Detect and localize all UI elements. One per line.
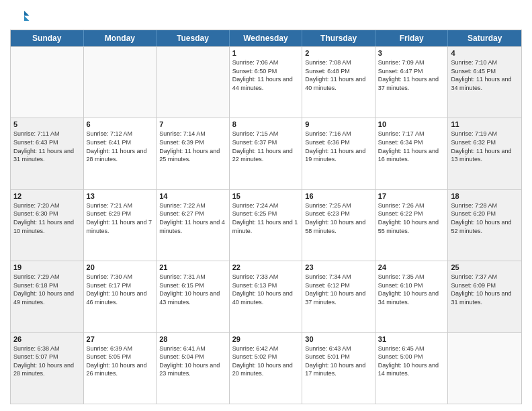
day-number: 7 [159, 120, 226, 128]
calendar-cell-5-6: 31Sunrise: 6:45 AM Sunset: 5:00 PM Dayli… [375, 333, 449, 404]
day-info: Sunrise: 7:17 AM Sunset: 6:34 PM Dayligh… [378, 130, 445, 163]
day-info: Sunrise: 7:31 AM Sunset: 6:15 PM Dayligh… [159, 273, 226, 306]
calendar-cell-3-5: 16Sunrise: 7:25 AM Sunset: 6:23 PM Dayli… [302, 190, 375, 261]
day-number: 27 [87, 335, 154, 343]
page: SundayMondayTuesdayWednesdayThursdayFrid… [0, 0, 532, 411]
calendar-cell-4-5: 23Sunrise: 7:34 AM Sunset: 6:12 PM Dayli… [302, 261, 375, 332]
day-number: 19 [13, 263, 81, 271]
day-info: Sunrise: 7:22 AM Sunset: 6:27 PM Dayligh… [159, 201, 226, 235]
cal-header-sunday: Sunday [11, 30, 84, 46]
calendar-cell-5-2: 27Sunrise: 6:39 AM Sunset: 5:05 PM Dayli… [84, 333, 157, 404]
cal-header-tuesday: Tuesday [157, 30, 230, 46]
day-number: 13 [87, 192, 154, 200]
day-info: Sunrise: 7:16 AM Sunset: 6:36 PM Dayligh… [305, 130, 372, 163]
calendar-cell-2-4: 8Sunrise: 7:15 AM Sunset: 6:37 PM Daylig… [230, 118, 303, 189]
day-number: 6 [87, 120, 154, 128]
day-info: Sunrise: 7:09 AM Sunset: 6:47 PM Dayligh… [378, 58, 445, 92]
calendar-cell-3-4: 15Sunrise: 7:24 AM Sunset: 6:25 PM Dayli… [230, 190, 303, 261]
day-number: 23 [305, 263, 372, 271]
calendar-cell-1-5: 2Sunrise: 7:08 AM Sunset: 6:48 PM Daylig… [302, 47, 375, 118]
calendar-cell-1-6: 3Sunrise: 7:09 AM Sunset: 6:47 PM Daylig… [375, 47, 449, 118]
day-info: Sunrise: 7:26 AM Sunset: 6:22 PM Dayligh… [378, 201, 445, 235]
day-number: 9 [305, 120, 372, 128]
day-info: Sunrise: 7:15 AM Sunset: 6:37 PM Dayligh… [232, 130, 300, 163]
cal-header-monday: Monday [84, 30, 157, 46]
day-info: Sunrise: 6:41 AM Sunset: 5:04 PM Dayligh… [159, 345, 226, 378]
calendar-cell-4-2: 20Sunrise: 7:30 AM Sunset: 6:17 PM Dayli… [84, 261, 157, 332]
calendar-cell-4-7: 25Sunrise: 7:37 AM Sunset: 6:09 PM Dayli… [448, 261, 521, 332]
day-number: 22 [232, 263, 300, 271]
calendar-cell-1-2 [84, 47, 157, 118]
calendar-cell-1-7: 4Sunrise: 7:10 AM Sunset: 6:45 PM Daylig… [448, 47, 521, 118]
day-number: 20 [87, 263, 154, 271]
calendar-week-3: 12Sunrise: 7:20 AM Sunset: 6:30 PM Dayli… [11, 189, 521, 261]
day-info: Sunrise: 7:12 AM Sunset: 6:41 PM Dayligh… [87, 130, 154, 163]
day-number: 11 [451, 120, 519, 128]
day-info: Sunrise: 7:21 AM Sunset: 6:29 PM Dayligh… [87, 201, 154, 235]
day-number: 21 [159, 263, 226, 271]
calendar-cell-1-4: 1Sunrise: 7:06 AM Sunset: 6:50 PM Daylig… [230, 47, 303, 118]
calendar-cell-5-7 [448, 333, 521, 404]
calendar-week-1: 1Sunrise: 7:06 AM Sunset: 6:50 PM Daylig… [11, 46, 521, 118]
calendar-cell-5-5: 30Sunrise: 6:43 AM Sunset: 5:01 PM Dayli… [302, 333, 375, 404]
day-number: 29 [232, 335, 300, 343]
calendar-cell-2-7: 11Sunrise: 7:19 AM Sunset: 6:32 PM Dayli… [448, 118, 521, 189]
day-number: 4 [451, 49, 519, 57]
day-info: Sunrise: 7:29 AM Sunset: 6:18 PM Dayligh… [13, 273, 81, 306]
day-number: 1 [232, 49, 300, 57]
day-number: 30 [305, 335, 372, 343]
day-info: Sunrise: 6:45 AM Sunset: 5:00 PM Dayligh… [378, 345, 445, 378]
calendar-cell-4-6: 24Sunrise: 7:35 AM Sunset: 6:10 PM Dayli… [375, 261, 449, 332]
day-info: Sunrise: 6:43 AM Sunset: 5:01 PM Dayligh… [305, 345, 372, 378]
calendar: SundayMondayTuesdayWednesdayThursdayFrid… [10, 30, 522, 404]
day-info: Sunrise: 7:28 AM Sunset: 6:20 PM Dayligh… [451, 201, 519, 235]
svg-marker-1 [24, 16, 30, 21]
day-number: 28 [159, 335, 226, 343]
calendar-week-5: 26Sunrise: 6:38 AM Sunset: 5:07 PM Dayli… [11, 332, 521, 404]
day-number: 31 [378, 335, 445, 343]
day-number: 10 [378, 120, 445, 128]
calendar-cell-4-4: 22Sunrise: 7:33 AM Sunset: 6:13 PM Dayli… [230, 261, 303, 332]
cal-header-thursday: Thursday [302, 30, 375, 46]
calendar-cell-3-3: 14Sunrise: 7:22 AM Sunset: 6:27 PM Dayli… [157, 190, 230, 261]
calendar-cell-5-1: 26Sunrise: 6:38 AM Sunset: 5:07 PM Dayli… [11, 333, 84, 404]
day-info: Sunrise: 6:38 AM Sunset: 5:07 PM Dayligh… [13, 345, 81, 378]
day-info: Sunrise: 7:35 AM Sunset: 6:10 PM Dayligh… [378, 273, 445, 306]
day-number: 25 [451, 263, 519, 271]
day-info: Sunrise: 7:24 AM Sunset: 6:25 PM Dayligh… [232, 201, 300, 235]
calendar-cell-5-3: 28Sunrise: 6:41 AM Sunset: 5:04 PM Dayli… [157, 333, 230, 404]
day-info: Sunrise: 7:25 AM Sunset: 6:23 PM Dayligh… [305, 201, 372, 235]
calendar-header-row: SundayMondayTuesdayWednesdayThursdayFrid… [11, 30, 521, 46]
calendar-cell-1-1 [11, 47, 84, 118]
day-number: 12 [13, 192, 81, 200]
calendar-cell-1-3 [157, 47, 230, 118]
cal-header-saturday: Saturday [448, 30, 521, 46]
day-info: Sunrise: 7:19 AM Sunset: 6:32 PM Dayligh… [451, 130, 519, 163]
calendar-cell-3-6: 17Sunrise: 7:26 AM Sunset: 6:22 PM Dayli… [375, 190, 449, 261]
header [10, 7, 522, 27]
calendar-cell-4-3: 21Sunrise: 7:31 AM Sunset: 6:15 PM Dayli… [157, 261, 230, 332]
calendar-cell-2-1: 5Sunrise: 7:11 AM Sunset: 6:43 PM Daylig… [11, 118, 84, 189]
day-info: Sunrise: 7:20 AM Sunset: 6:30 PM Dayligh… [13, 201, 81, 235]
calendar-body: 1Sunrise: 7:06 AM Sunset: 6:50 PM Daylig… [11, 46, 521, 404]
day-info: Sunrise: 6:39 AM Sunset: 5:05 PM Dayligh… [87, 345, 154, 378]
calendar-cell-2-5: 9Sunrise: 7:16 AM Sunset: 6:36 PM Daylig… [302, 118, 375, 189]
cal-header-friday: Friday [375, 30, 449, 46]
day-info: Sunrise: 7:14 AM Sunset: 6:39 PM Dayligh… [159, 130, 226, 163]
calendar-cell-2-3: 7Sunrise: 7:14 AM Sunset: 6:39 PM Daylig… [157, 118, 230, 189]
logo-icon [10, 7, 30, 27]
day-number: 18 [451, 192, 519, 200]
calendar-week-2: 5Sunrise: 7:11 AM Sunset: 6:43 PM Daylig… [11, 118, 521, 189]
calendar-cell-2-6: 10Sunrise: 7:17 AM Sunset: 6:34 PM Dayli… [375, 118, 449, 189]
day-number: 14 [159, 192, 226, 200]
day-info: Sunrise: 7:33 AM Sunset: 6:13 PM Dayligh… [232, 273, 300, 306]
cal-header-wednesday: Wednesday [230, 30, 303, 46]
day-number: 8 [232, 120, 300, 128]
logo [10, 7, 32, 27]
calendar-cell-3-7: 18Sunrise: 7:28 AM Sunset: 6:20 PM Dayli… [448, 190, 521, 261]
calendar-week-4: 19Sunrise: 7:29 AM Sunset: 6:18 PM Dayli… [11, 261, 521, 332]
day-number: 15 [232, 192, 300, 200]
day-number: 2 [305, 49, 372, 57]
day-number: 26 [13, 335, 81, 343]
calendar-cell-4-1: 19Sunrise: 7:29 AM Sunset: 6:18 PM Dayli… [11, 261, 84, 332]
